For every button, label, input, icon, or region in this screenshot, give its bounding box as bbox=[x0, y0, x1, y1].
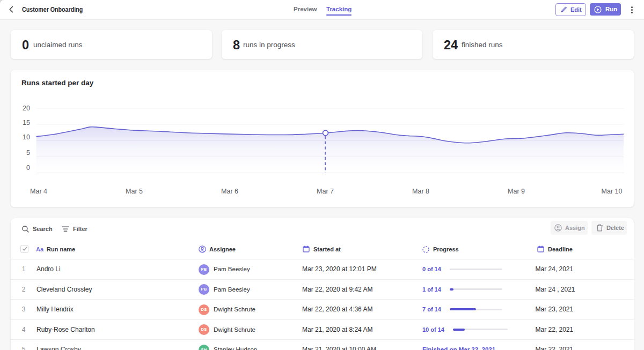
svg-text:15: 15 bbox=[23, 119, 30, 126]
svg-text:Mar 10: Mar 10 bbox=[602, 188, 623, 195]
svg-text:Mar 4: Mar 4 bbox=[30, 188, 47, 195]
svg-text:Mar 9: Mar 9 bbox=[508, 188, 525, 195]
svg-text:Mar 8: Mar 8 bbox=[412, 188, 429, 195]
svg-text:5: 5 bbox=[26, 149, 30, 157]
svg-text:Mar 5: Mar 5 bbox=[126, 188, 143, 195]
svg-text:0: 0 bbox=[26, 164, 30, 172]
svg-text:10: 10 bbox=[23, 133, 30, 141]
svg-text:Mar 6: Mar 6 bbox=[221, 188, 238, 195]
svg-text:20: 20 bbox=[23, 105, 30, 112]
svg-text:Mar 7: Mar 7 bbox=[317, 188, 334, 195]
